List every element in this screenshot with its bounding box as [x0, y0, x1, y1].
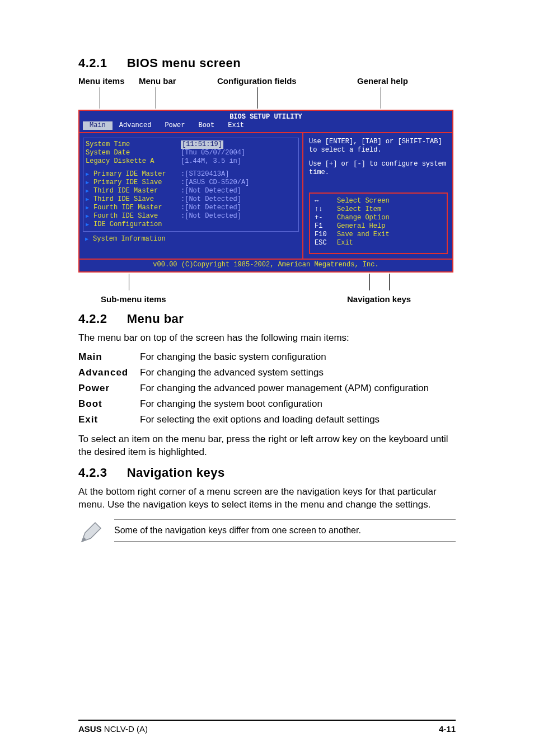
- menu-desc: For changing the advanced power manageme…: [140, 381, 433, 396]
- submenu-arrow-icon: [86, 204, 93, 212]
- nav-key-label: Change Option: [337, 214, 390, 222]
- page-number: 4-11: [439, 724, 456, 734]
- menu-bar-outro: To select an item on the menu bar, press…: [78, 433, 456, 459]
- nav-key: F1: [315, 222, 337, 231]
- bios-menubar: Main Advanced Power Boot Exit: [79, 121, 452, 132]
- callouts-bottom: Sub-menu items Navigation keys: [78, 273, 456, 304]
- nav-key: ESC: [315, 239, 337, 247]
- bios-tab-boot[interactable]: Boot: [191, 121, 221, 130]
- note-block: Some of the navigation keys differ from …: [78, 519, 456, 545]
- bios-nav-box: ↔Select Screen ↑↓Select Item +-Change Op…: [309, 192, 448, 254]
- callout-submenu-items: Sub-menu items: [101, 294, 166, 304]
- nav-key-label: Select Screen: [337, 197, 390, 205]
- section-heading-2: 4.2.2 Menu bar: [78, 312, 456, 326]
- bios-field-label[interactable]: System Date: [86, 149, 181, 157]
- nav-key-label: General Help: [337, 222, 385, 231]
- section-number-1: 4.2.1: [78, 56, 123, 71]
- nav-key: +-: [315, 214, 337, 222]
- bios-field-value[interactable]: [11:51:19]: [181, 140, 223, 149]
- table-row: AdvancedFor changing the advanced system…: [78, 365, 433, 381]
- bios-copyright: v00.00 (C)Copyright 1985-2002, American …: [79, 259, 452, 271]
- menu-desc: For changing the basic system configurat…: [140, 349, 433, 365]
- bios-help-text: Use [ENTER], [TAB] or [SHIFT-TAB] to sel…: [309, 138, 448, 154]
- submenu-arrow-icon: [86, 179, 93, 187]
- bios-field-label[interactable]: Third IDE Master: [93, 187, 181, 195]
- bios-field-label[interactable]: System Time: [86, 140, 181, 149]
- bios-field-label[interactable]: Fourth IDE Master: [93, 204, 181, 212]
- menu-desc: For changing the advanced system setting…: [140, 365, 433, 381]
- menu-term: Main: [78, 349, 140, 365]
- bios-field-label[interactable]: Primary IDE Master: [93, 170, 181, 179]
- table-row: BootFor changing the system boot configu…: [78, 396, 433, 412]
- nav-key: F10: [315, 231, 337, 239]
- submenu-arrow-icon: [86, 195, 93, 204]
- submenu-arrow-icon: [86, 187, 93, 195]
- bios-field-value[interactable]: [Not Detected]: [185, 204, 241, 212]
- pencil-note-icon: [78, 519, 104, 545]
- bios-field-value[interactable]: [Not Detected]: [185, 187, 241, 195]
- page-footer: ASUS NCLV-D (A) 4-11: [78, 720, 456, 734]
- footer-brand: ASUS: [78, 724, 102, 734]
- bios-field-value[interactable]: [ASUS CD-S520/A]: [185, 179, 249, 187]
- menu-term: Advanced: [78, 365, 140, 381]
- footer-model: NCLV-D (A): [102, 724, 148, 734]
- bios-field-label[interactable]: Third IDE Slave: [93, 195, 181, 204]
- bios-tab-main[interactable]: Main: [83, 121, 113, 130]
- bios-title: BIOS SETUP UTILITY: [79, 111, 452, 121]
- bios-field-value[interactable]: [Not Detected]: [185, 212, 241, 220]
- menu-bar-table: MainFor changing the basic system config…: [78, 349, 433, 428]
- nav-key-label: Select Item: [337, 205, 381, 214]
- table-row: PowerFor changing the advanced power man…: [78, 381, 433, 396]
- bios-help-text: Use [+] or [-] to configure system time.: [309, 160, 448, 177]
- nav-key: ↑↓: [315, 205, 337, 214]
- bios-tab-exit[interactable]: Exit: [221, 121, 251, 130]
- callout-general-help: General help: [357, 76, 408, 86]
- nav-key: ↔: [315, 197, 337, 205]
- submenu-arrow-icon: [86, 170, 93, 179]
- bios-field-label[interactable]: System Information: [93, 235, 188, 243]
- menu-term: Power: [78, 381, 140, 396]
- submenu-arrow-icon: [86, 220, 93, 229]
- section-title-3: Navigation keys: [127, 466, 225, 480]
- section-title-2: Menu bar: [127, 312, 184, 326]
- bios-field-value[interactable]: [ST320413A]: [185, 170, 229, 179]
- bios-tab-power[interactable]: Power: [158, 121, 191, 130]
- callouts-top: Menu items Menu bar Configuration fields…: [78, 76, 456, 110]
- callout-config-fields: Configuration fields: [217, 76, 297, 86]
- bios-left-panel: System Time[11:51:19] System Date[Thu 05…: [79, 133, 303, 259]
- section-heading-1: 4.2.1 BIOS menu screen: [78, 56, 456, 71]
- callout-menu-items: Menu items: [78, 76, 125, 86]
- bios-field-value[interactable]: [1.44M, 3.5 in]: [181, 157, 241, 166]
- menu-term: Boot: [78, 396, 140, 412]
- menu-desc: For selecting the exit options and loadi…: [140, 412, 433, 428]
- bios-screenshot: BIOS SETUP UTILITY Main Advanced Power B…: [78, 110, 453, 273]
- bios-field-label[interactable]: Primary IDE Slave: [93, 179, 181, 187]
- bios-field-value[interactable]: [Not Detected]: [185, 195, 241, 204]
- submenu-arrow-icon: [86, 212, 93, 220]
- table-row: MainFor changing the basic system config…: [78, 349, 433, 365]
- bios-tab-advanced[interactable]: Advanced: [113, 121, 158, 130]
- section-title-1: BIOS menu screen: [127, 56, 241, 70]
- bios-field-label[interactable]: IDE Configuration: [93, 220, 181, 229]
- navkeys-paragraph: At the bottom right corner of a menu scr…: [78, 486, 456, 511]
- nav-key-label: Save and Exit: [337, 231, 390, 239]
- section-heading-3: 4.2.3 Navigation keys: [78, 466, 456, 480]
- bios-field-label[interactable]: Legacy Diskette A: [86, 157, 181, 166]
- section-number-2: 4.2.2: [78, 312, 123, 326]
- bios-field-label[interactable]: Fourth IDE Slave: [93, 212, 181, 220]
- nav-key-label: Exit: [337, 239, 353, 247]
- bios-right-panel: Use [ENTER], [TAB] or [SHIFT-TAB] to sel…: [303, 133, 452, 259]
- callout-menu-bar: Menu bar: [139, 76, 176, 86]
- submenu-arrow-icon: [85, 235, 93, 243]
- bios-field-value[interactable]: [Thu 05/07/2004]: [181, 149, 245, 157]
- callout-nav-keys: Navigation keys: [347, 294, 411, 304]
- note-text: Some of the navigation keys differ from …: [114, 519, 456, 542]
- table-row: ExitFor selecting the exit options and l…: [78, 412, 433, 428]
- menu-term: Exit: [78, 412, 140, 428]
- menu-desc: For changing the system boot configurati…: [140, 396, 433, 412]
- menu-bar-intro: The menu bar on top of the screen has th…: [78, 332, 456, 345]
- section-number-3: 4.2.3: [78, 466, 123, 480]
